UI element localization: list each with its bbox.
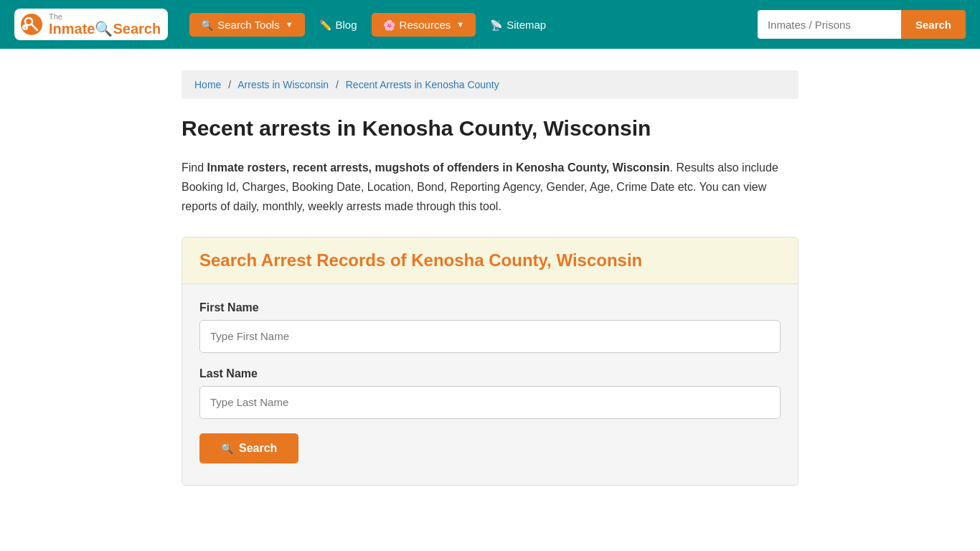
blog-button[interactable]: Blog [312,13,364,37]
description-bold: Inmate rosters, recent arrests, mugshots… [207,161,670,174]
navbar: i The Inmate🔍Search Search Tools ▼ Blog … [0,0,980,49]
resources-icon [383,19,395,31]
breadcrumb-current: Recent Arrests in Kenosha County [346,79,499,90]
blog-label: Blog [336,19,357,31]
logo-top-text: The [49,12,161,21]
navbar-search-input[interactable] [758,10,901,39]
blog-icon [319,19,331,31]
navbar-search-button[interactable]: Search [901,10,966,39]
sitemap-icon [490,19,502,31]
resources-label: Resources [400,19,451,31]
search-card: Search Arrest Records of Kenosha County,… [182,237,798,486]
page-title: Recent arrests in Kenosha County, Wiscon… [182,116,798,141]
sitemap-label: Sitemap [507,19,546,31]
description: Find Inmate rosters, recent arrests, mug… [182,158,798,217]
search-card-body: First Name Last Name Search [182,284,798,485]
navbar-search-label: Search [915,19,951,31]
main-content: Home / Arrests in Wisconsin / Recent Arr… [167,70,813,486]
search-tools-icon [201,19,213,31]
breadcrumb: Home / Arrests in Wisconsin / Recent Arr… [182,70,798,99]
search-card-header: Search Arrest Records of Kenosha County,… [182,237,798,284]
logo-inmate: Inmate [49,21,95,37]
breadcrumb-sep-2: / [336,79,339,90]
search-submit-icon [221,442,233,455]
breadcrumb-home[interactable]: Home [194,79,221,90]
first-name-label: First Name [199,301,781,314]
last-name-input[interactable] [199,386,781,419]
search-submit-label: Search [239,442,277,455]
logo-main-text: Inmate🔍Search [49,21,161,37]
search-tools-button[interactable]: Search Tools ▼ [189,13,304,37]
last-name-label: Last Name [199,367,781,380]
logo-text: The Inmate🔍Search [49,12,161,37]
resources-chevron-icon: ▼ [456,20,464,29]
search-submit-button[interactable]: Search [199,433,298,463]
logo-box: i The Inmate🔍Search [14,9,168,40]
first-name-input[interactable] [199,320,781,353]
logo-search: Search [113,21,161,37]
description-intro: Find [182,161,207,174]
sitemap-button[interactable]: Sitemap [483,13,553,37]
logo-icon: i [19,11,44,37]
first-name-group: First Name [199,301,781,353]
search-tools-label: Search Tools [217,19,279,31]
logo-link[interactable]: i The Inmate🔍Search [14,9,168,40]
last-name-group: Last Name [199,367,781,419]
search-tools-chevron-icon: ▼ [286,20,293,29]
breadcrumb-sep-1: / [228,79,231,90]
navbar-search-area: Search [758,10,966,39]
breadcrumb-arrests-wi[interactable]: Arrests in Wisconsin [237,79,329,90]
search-section-title: Search Arrest Records of Kenosha County,… [199,250,781,270]
resources-button[interactable]: Resources ▼ [372,13,476,37]
